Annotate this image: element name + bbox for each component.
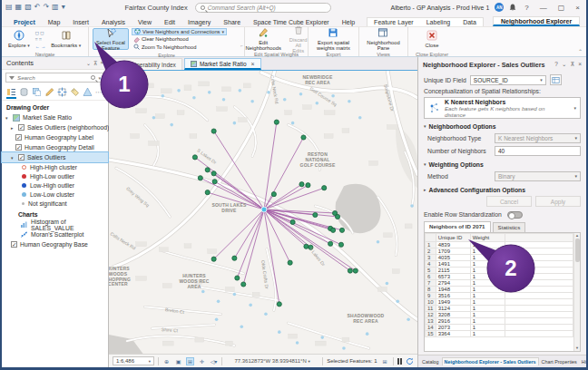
tab-market-sale-ratio[interactable]: Market Sale Ratio × — [184, 58, 261, 70]
table-row[interactable]: 217091 — [426, 248, 573, 255]
tab-neighborhood-explorer[interactable]: Neighborhood Explorer — [493, 16, 580, 26]
table-row[interactable]: 935161 — [426, 293, 573, 299]
neighborhood-options-header[interactable]: ▾Neighborhood Options — [424, 121, 581, 131]
add-bookmark-icon[interactable]: ⊕ — [162, 357, 171, 365]
layer-sales-outliers[interactable]: ▾ Sales Outliers — [2, 152, 108, 162]
table-row[interactable]: 148391 — [426, 242, 573, 248]
table-row[interactable]: 819481 — [426, 287, 573, 293]
maximize-button[interactable]: ▢ — [555, 4, 568, 12]
list-by-editing-icon[interactable] — [44, 87, 54, 97]
table-row[interactable]: 414911 — [426, 261, 573, 268]
map-scale-select[interactable]: 1:6,486 ▾ — [113, 356, 154, 365]
table-row[interactable]: 665731 — [426, 274, 573, 280]
expander-icon[interactable]: ▾ — [11, 155, 15, 161]
pane-menu-icon[interactable]: ⌄ — [562, 61, 566, 68]
search-options-caret-icon[interactable]: ▾ — [98, 75, 101, 81]
chart-item-histogram[interactable]: Histogram of SALES_VALUE — [2, 219, 108, 229]
bookmarks-button[interactable]: Bookmarks ▾ — [48, 28, 83, 50]
conceptualization-select[interactable]: K Nearest Neighbors Each feature gets K … — [424, 97, 581, 119]
refresh-icon[interactable] — [406, 357, 414, 365]
list-by-selection-icon[interactable] — [32, 87, 42, 97]
unique-id-field-select[interactable]: SOURCE_ID▾ — [470, 75, 546, 85]
open-project-icon[interactable]: ▧ — [24, 3, 32, 12]
grid-tool-icon[interactable]: ⊞ — [186, 357, 194, 365]
pin-icon[interactable]: ⊼ — [93, 60, 97, 66]
map-canvas[interactable]: NEWBRIDGE REC AREARESTON NATIONAL GOLF C… — [109, 71, 417, 354]
layer-checkbox[interactable] — [11, 241, 17, 248]
selected-features-count[interactable]: Selected Features: 1 — [327, 358, 377, 364]
neighborhood-pane-button[interactable]: Neighborhood Pane — [364, 28, 402, 50]
tab-share[interactable]: Share — [217, 18, 247, 26]
switch-table-button[interactable] — [550, 74, 562, 85]
redo-icon[interactable]: ↷ — [43, 3, 49, 12]
zoom-to-neighborhood-button[interactable]: Zoom To Neighborhood — [132, 44, 227, 51]
contents-search-input[interactable]: ▾ — [5, 73, 104, 83]
save-icon[interactable]: ▤ — [5, 3, 13, 12]
tab-imagery[interactable]: Imagery — [181, 18, 217, 26]
select-focal-feature-button[interactable]: Select Focal Feature — [93, 28, 129, 50]
col-weight[interactable]: Weight — [470, 234, 505, 242]
view-neighbors-connections-button[interactable]: View Neighbors and Connections▾ — [132, 28, 227, 35]
pause-drawing-icon[interactable] — [397, 358, 403, 365]
discard-all-edits-button[interactable]: Discard All Edits — [287, 28, 310, 50]
close-tab-icon[interactable]: × — [251, 61, 255, 67]
table-row[interactable]: 1533641 — [426, 331, 573, 337]
weighting-options-header[interactable]: ▾Weighting Options — [424, 159, 581, 170]
tab-view[interactable]: View — [132, 18, 158, 26]
expander-icon[interactable]: ▸ — [11, 125, 15, 131]
neighborhood-type-select[interactable]: K Nearest Neighbors▾ — [495, 133, 581, 143]
layer-human-geography-base[interactable]: Human Geography Base — [2, 239, 108, 249]
layer-sales-outliers-neighborhood[interactable]: ▸ Sales Outliers (neighborhood) — [2, 122, 108, 132]
table-row[interactable]: 1420731 — [426, 325, 573, 331]
tab-analysis[interactable]: Analysis — [95, 18, 132, 26]
layer-human-geography-detail[interactable]: Human Geography Detail — [2, 142, 108, 152]
table-row[interactable]: 1232081 — [426, 312, 573, 318]
table-row[interactable]: 1019491 — [426, 299, 573, 306]
list-by-labeling-icon[interactable] — [70, 87, 80, 97]
pane-pin-icon[interactable]: ⊼ — [570, 61, 574, 68]
layer-human-geography-label[interactable]: Human Geography Label — [2, 132, 108, 142]
bottom-tab-history[interactable]: History — [580, 358, 586, 365]
tab-feature-layer[interactable]: Feature Layer — [368, 18, 420, 26]
close-pane-icon[interactable]: × — [100, 60, 103, 66]
snap-tool-icon[interactable]: ✛ — [198, 357, 206, 365]
contents-search-field[interactable] — [17, 74, 88, 81]
tab-project[interactable]: Project — [7, 18, 42, 26]
toolbar-overflow-icon[interactable]: ⋯ — [95, 89, 102, 96]
layer-checkbox[interactable] — [15, 134, 22, 141]
list-by-drawing-order-icon[interactable] — [6, 87, 16, 97]
close-explorer-button[interactable]: Close — [423, 28, 442, 50]
chart-item-morans-scatterplot[interactable]: Moran's Scatterplot — [2, 229, 108, 239]
pane-menu-icon[interactable]: ⌄ — [86, 60, 91, 66]
table-row[interactable]: 521151 — [426, 268, 573, 274]
map-coordinates[interactable]: 77.3612873°W 38.9394811°N ▾ — [226, 358, 318, 364]
bottom-tab-neighborhood-explorer-sales-outliers[interactable]: Neighborhood Explorer - Sales Outliers — [442, 357, 539, 365]
notifications-bell-icon[interactable] — [509, 4, 516, 12]
tab-map[interactable]: Map — [42, 18, 67, 26]
tab-edit[interactable]: Edit — [158, 18, 181, 26]
pane-help-icon[interactable]: ? — [554, 61, 558, 68]
export-spatial-weights-button[interactable]: Export spatial weights matrix — [314, 28, 353, 50]
list-by-snapping-icon[interactable] — [57, 87, 67, 97]
select-tool-icon[interactable]: ▣ — [174, 357, 182, 365]
layer-market-sale-ratio[interactable]: ▾ Market Sale Ratio — [2, 112, 108, 122]
expander-icon[interactable]: ▾ — [5, 115, 10, 121]
table-tab-neighbors[interactable]: Neighbors of ID 2071 — [424, 221, 491, 232]
table-row[interactable]: 340351 — [426, 255, 573, 261]
navigate-small-buttons[interactable]: ◻ ◻⌗ ⌗← → — [35, 30, 45, 49]
undo-icon[interactable]: ↶ — [34, 3, 41, 12]
cancel-button[interactable]: Cancel — [486, 196, 532, 207]
minimize-button[interactable]: — — [537, 4, 550, 12]
method-select[interactable]: Binary▾ — [495, 171, 581, 181]
table-scrollbar[interactable]: ▲▼ — [573, 233, 580, 351]
new-project-icon[interactable]: ▦ — [15, 3, 23, 12]
command-search-input[interactable]: Command Search (Alt+Q) — [195, 3, 331, 13]
col-unique-id[interactable]: Unique ID — [436, 234, 470, 242]
layer-checkbox[interactable] — [18, 154, 24, 161]
tab-vulnerability-index[interactable]: Vulnerability Index — [113, 58, 182, 70]
flow-tool-icon[interactable]: ◁▾ — [210, 357, 218, 365]
list-by-data-source-icon[interactable] — [19, 87, 29, 97]
tab-space-time-cube-explorer[interactable]: Space Time Cube Explorer — [247, 18, 336, 26]
attribute-table-icon[interactable]: ⊞ — [381, 357, 389, 365]
concept-caret-icon[interactable]: ▾ — [573, 105, 576, 111]
